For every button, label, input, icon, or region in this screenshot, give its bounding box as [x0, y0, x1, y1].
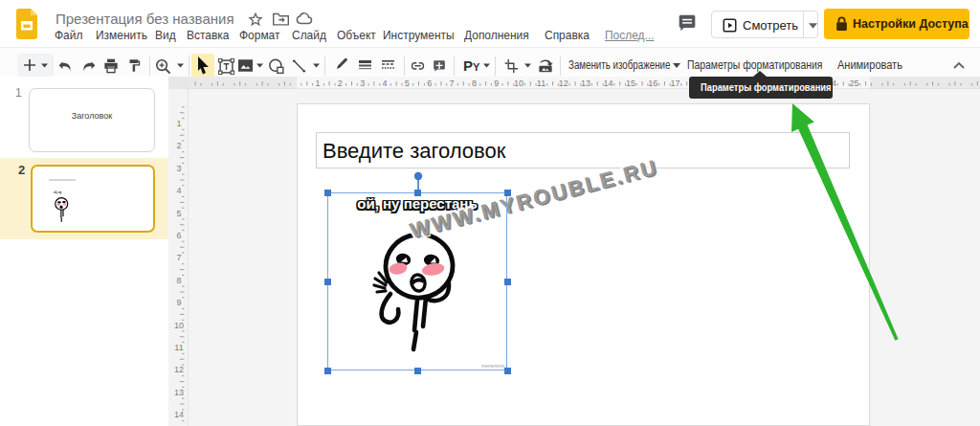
- svg-text:6: 6: [427, 78, 432, 88]
- svg-text:7: 7: [176, 253, 181, 262]
- svg-text:10: 10: [514, 78, 523, 88]
- svg-text:16: 16: [648, 78, 657, 88]
- svg-text:10: 10: [174, 321, 184, 330]
- svg-text:2: 2: [338, 78, 343, 88]
- svg-text:13: 13: [581, 78, 590, 88]
- svg-text:1: 1: [315, 78, 320, 88]
- svg-text:11: 11: [174, 343, 183, 352]
- svg-text:13: 13: [174, 388, 184, 397]
- svg-text:9: 9: [494, 78, 499, 88]
- svg-text:12: 12: [174, 365, 184, 374]
- svg-text:8: 8: [472, 78, 477, 88]
- svg-text:5: 5: [176, 209, 181, 218]
- svg-text:7: 7: [450, 78, 455, 88]
- svg-text:17: 17: [671, 78, 680, 88]
- svg-text:2: 2: [176, 141, 181, 150]
- svg-text:4: 4: [176, 186, 181, 195]
- svg-text:5: 5: [405, 78, 410, 88]
- svg-text:3: 3: [176, 164, 181, 173]
- svg-text:9: 9: [176, 298, 181, 307]
- svg-text:12: 12: [559, 78, 568, 88]
- svg-text:6: 6: [176, 231, 181, 240]
- svg-text:15: 15: [626, 78, 635, 88]
- svg-text:1: 1: [176, 119, 181, 128]
- svg-text:ой, ну: ой, ну: [54, 191, 62, 194]
- svg-text:14: 14: [603, 78, 612, 88]
- svg-text:11: 11: [537, 78, 546, 88]
- svg-text:4: 4: [382, 78, 387, 88]
- svg-text:25: 25: [849, 78, 858, 88]
- svg-text:14: 14: [174, 410, 184, 419]
- svg-text:3: 3: [360, 78, 365, 88]
- svg-text:8: 8: [176, 276, 181, 285]
